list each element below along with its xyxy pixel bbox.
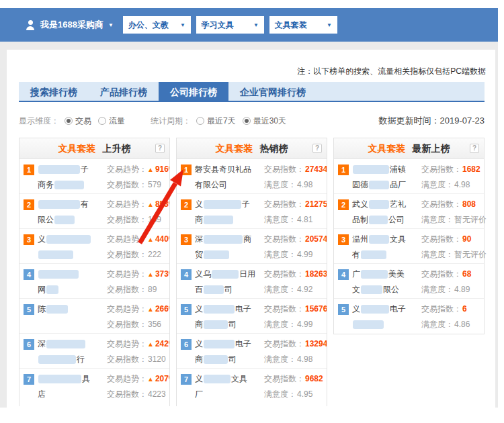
company-name-line1[interactable]: 7 具 [24,371,107,387]
blur-redaction [38,375,81,383]
company-name-line2[interactable]: 商司 [181,352,264,367]
company-name-text: 义 [195,303,203,315]
panel-title-category: 文具套装 [58,143,96,154]
stat-label: 满意度： [264,250,296,259]
company-name-line1[interactable]: 4 广美美 [338,267,421,282]
company-name-line2[interactable]: 固德品厂 [338,177,421,193]
table-row: 7 具 店 交易趋势：▲207%交易指数：4223 [19,369,169,404]
company-name-line2[interactable]: 百司 [181,282,264,297]
company-name-line2[interactable] [338,317,421,332]
radio-option[interactable]: 最近7天 [196,115,236,127]
radio-icon[interactable] [243,117,251,125]
company-name-line1[interactable]: 3 深商 [181,232,264,247]
company-name-line1[interactable]: 7 义文具 [181,371,264,387]
company-name-line1[interactable]: 1 磐安县奇贝礼品 [181,162,264,177]
company-name-line1[interactable]: 2 武义艺礼 [338,197,421,212]
radio-icon[interactable] [98,117,106,125]
stat-label: 满意度： [264,320,296,329]
stat-value: 1682 [462,164,480,174]
help-icon[interactable]: ? [312,144,322,153]
ranking-tab[interactable]: 搜索排行榜 [19,82,89,101]
rank-badge: 4 [338,269,349,280]
company-name-line1[interactable]: 6 深 [24,336,107,352]
company-name-line1[interactable]: 1 浦镇 [338,162,421,177]
company-name-text: 司 [228,354,237,365]
company-name-line1[interactable]: 4 [24,267,107,282]
category-select[interactable]: 学习文具 ▼ [196,16,264,34]
category-select[interactable]: 办公、文教 ▼ [123,16,191,34]
company-name-line1[interactable]: 5 陈 [24,301,107,317]
stat-label: 交易指数： [264,304,304,314]
blur-redaction [38,250,73,259]
company-name-text: 百 [195,284,203,295]
blur-redaction [204,375,230,383]
help-icon[interactable]: ? [155,144,165,153]
company-name-line1[interactable]: 3 温州文具 [338,232,421,247]
company-name-column: 1 子 商务 [24,162,107,193]
company-name-line1[interactable]: 5 义电子 [338,301,421,317]
company-name-line2[interactable]: 商务 [24,177,107,193]
company-name-text: 磐安县奇贝礼品 [195,164,251,175]
company-name-line2[interactable]: 店 [24,387,107,402]
help-icon[interactable]: ? [470,144,479,153]
company-name-line1[interactable]: 2 有 [24,197,107,212]
ranking-tab[interactable]: 公司排行榜 [159,82,228,101]
rank-badge: 5 [24,304,34,315]
stat-line: 交易指数：808 [421,197,481,212]
company-name-line2[interactable]: 商司 [181,317,264,332]
company-name-text: 电子 [235,338,251,350]
radio-icon[interactable] [65,117,73,125]
company-name-line1[interactable]: 3 义 [24,232,107,247]
company-stats-column: 交易指数：1682满意度：4.98 [421,162,481,193]
company-name-line1[interactable]: 4 义乌日用 [181,267,264,282]
company-name-line2[interactable] [24,247,107,263]
company-name-line2[interactable]: 贸 [181,247,264,263]
company-name-line1[interactable]: 6 义电子 [181,336,264,352]
company-name-column: 5 陈 [24,301,107,333]
table-row: 1 浦镇 固德品厂 交易指数：1682满意度：4.98 [334,159,484,194]
stat-line: 满意度：4.81 [264,212,324,228]
company-name-line2[interactable]: 有限公司 [181,177,264,193]
up-arrow-icon: ▲ [147,271,154,278]
panel-header: 文具套装 最新上榜 ? [334,138,484,159]
panel-rows: 1 子 商务 交易趋势：▲916%交易指数：579 2 有 限公 交易趋势：▲8… [19,159,169,404]
stat-label: 交易指数： [107,320,147,329]
company-name-line1[interactable]: 1 子 [24,162,107,177]
rank-badge: 2 [24,199,34,210]
company-name-line2[interactable]: 文限公 [338,282,421,297]
table-row: 5 陈 交易趋势：▲266%交易指数：356 [19,299,169,334]
company-name-line2[interactable]: 网 [24,282,107,297]
radio-option[interactable]: 流量 [98,115,125,127]
rank-badge: 3 [338,234,349,245]
company-name-column: 1 浦镇 固德品厂 [338,162,421,193]
rank-badge: 5 [181,304,192,315]
rank-badge: 7 [181,374,192,385]
panel-title-category: 文具套装 [216,143,253,154]
company-name-line2[interactable]: 行 [24,352,107,367]
up-arrow-icon: ▲ [147,201,154,208]
company-name-line2[interactable]: 限公 [24,212,107,228]
category-select[interactable]: 文具套装 ▼ [269,16,337,34]
radio-icon[interactable] [196,117,204,125]
company-name-line2[interactable]: 有 [338,247,421,263]
stat-label: 交易趋势： [107,199,147,209]
blur-redaction [38,200,80,209]
company-name-line2[interactable]: 品制公司 [338,212,421,228]
company-name-line2[interactable]: 商 [181,212,264,228]
company-name-line1[interactable]: 2 义子 [181,197,264,212]
radio-option[interactable]: 交易 [65,115,91,127]
radio-option[interactable]: 最近30天 [243,115,286,127]
user-menu[interactable]: 我是1688采购商 ▼ [26,19,114,31]
ranking-tab[interactable]: 产品排行榜 [89,82,159,101]
company-name-line2[interactable] [24,317,107,332]
ranking-tab[interactable]: 企业官网排行榜 [228,82,317,101]
company-name-line1[interactable]: 5 义电子 [181,301,264,317]
stat-value: 13294 [305,339,327,348]
company-name-line2[interactable]: 厂 [181,387,264,402]
rank-badge: 2 [338,199,349,210]
stat-line: 满意度：4.92 [264,282,324,297]
company-stats-column: 交易趋势：▲440%交易指数：222 [107,232,167,263]
stat-line: 交易指数：15676 [264,301,324,317]
stat-value: 4.92 [297,285,312,294]
stat-value: 356 [148,320,161,329]
